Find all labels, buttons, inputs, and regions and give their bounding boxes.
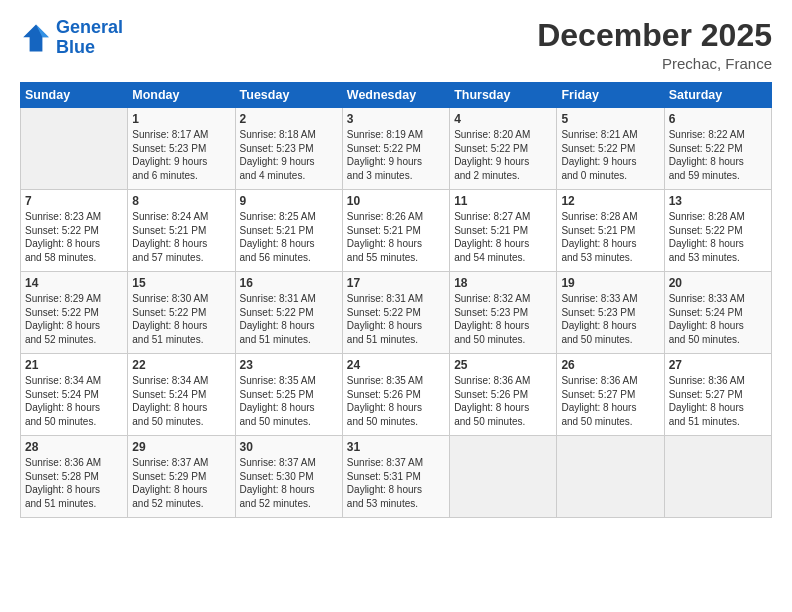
- calendar-cell: 3Sunrise: 8:19 AM Sunset: 5:22 PM Daylig…: [342, 108, 449, 190]
- day-number: 24: [347, 358, 445, 372]
- day-info: Sunrise: 8:33 AM Sunset: 5:23 PM Dayligh…: [561, 292, 659, 346]
- calendar-cell: 30Sunrise: 8:37 AM Sunset: 5:30 PM Dayli…: [235, 436, 342, 518]
- calendar-cell: 22Sunrise: 8:34 AM Sunset: 5:24 PM Dayli…: [128, 354, 235, 436]
- day-number: 15: [132, 276, 230, 290]
- calendar-cell: 31Sunrise: 8:37 AM Sunset: 5:31 PM Dayli…: [342, 436, 449, 518]
- header-day-saturday: Saturday: [664, 83, 771, 108]
- day-number: 5: [561, 112, 659, 126]
- calendar-cell: 11Sunrise: 8:27 AM Sunset: 5:21 PM Dayli…: [450, 190, 557, 272]
- day-info: Sunrise: 8:36 AM Sunset: 5:28 PM Dayligh…: [25, 456, 123, 510]
- calendar-cell: 10Sunrise: 8:26 AM Sunset: 5:21 PM Dayli…: [342, 190, 449, 272]
- calendar-cell: 6Sunrise: 8:22 AM Sunset: 5:22 PM Daylig…: [664, 108, 771, 190]
- calendar-cell: 8Sunrise: 8:24 AM Sunset: 5:21 PM Daylig…: [128, 190, 235, 272]
- day-info: Sunrise: 8:30 AM Sunset: 5:22 PM Dayligh…: [132, 292, 230, 346]
- day-info: Sunrise: 8:28 AM Sunset: 5:22 PM Dayligh…: [669, 210, 767, 264]
- day-info: Sunrise: 8:35 AM Sunset: 5:25 PM Dayligh…: [240, 374, 338, 428]
- calendar-cell: 16Sunrise: 8:31 AM Sunset: 5:22 PM Dayli…: [235, 272, 342, 354]
- day-number: 17: [347, 276, 445, 290]
- calendar-cell: 18Sunrise: 8:32 AM Sunset: 5:23 PM Dayli…: [450, 272, 557, 354]
- day-number: 18: [454, 276, 552, 290]
- header-day-tuesday: Tuesday: [235, 83, 342, 108]
- calendar-cell: 1Sunrise: 8:17 AM Sunset: 5:23 PM Daylig…: [128, 108, 235, 190]
- day-number: 26: [561, 358, 659, 372]
- calendar-week-1: 7Sunrise: 8:23 AM Sunset: 5:22 PM Daylig…: [21, 190, 772, 272]
- calendar-cell: 9Sunrise: 8:25 AM Sunset: 5:21 PM Daylig…: [235, 190, 342, 272]
- calendar-cell: 29Sunrise: 8:37 AM Sunset: 5:29 PM Dayli…: [128, 436, 235, 518]
- day-number: 20: [669, 276, 767, 290]
- calendar-cell: 28Sunrise: 8:36 AM Sunset: 5:28 PM Dayli…: [21, 436, 128, 518]
- day-number: 6: [669, 112, 767, 126]
- day-number: 22: [132, 358, 230, 372]
- calendar-cell: 20Sunrise: 8:33 AM Sunset: 5:24 PM Dayli…: [664, 272, 771, 354]
- calendar-cell: 15Sunrise: 8:30 AM Sunset: 5:22 PM Dayli…: [128, 272, 235, 354]
- day-number: 29: [132, 440, 230, 454]
- day-number: 1: [132, 112, 230, 126]
- calendar-cell: 14Sunrise: 8:29 AM Sunset: 5:22 PM Dayli…: [21, 272, 128, 354]
- calendar-cell: 27Sunrise: 8:36 AM Sunset: 5:27 PM Dayli…: [664, 354, 771, 436]
- day-number: 11: [454, 194, 552, 208]
- calendar-cell: [664, 436, 771, 518]
- calendar-cell: 17Sunrise: 8:31 AM Sunset: 5:22 PM Dayli…: [342, 272, 449, 354]
- logo: General Blue: [20, 18, 123, 58]
- calendar-cell: [21, 108, 128, 190]
- day-number: 16: [240, 276, 338, 290]
- day-number: 10: [347, 194, 445, 208]
- header-day-friday: Friday: [557, 83, 664, 108]
- day-info: Sunrise: 8:36 AM Sunset: 5:26 PM Dayligh…: [454, 374, 552, 428]
- logo-text: General Blue: [56, 18, 123, 58]
- calendar-cell: [557, 436, 664, 518]
- header-day-thursday: Thursday: [450, 83, 557, 108]
- calendar-cell: 2Sunrise: 8:18 AM Sunset: 5:23 PM Daylig…: [235, 108, 342, 190]
- day-info: Sunrise: 8:37 AM Sunset: 5:29 PM Dayligh…: [132, 456, 230, 510]
- day-number: 30: [240, 440, 338, 454]
- calendar-header-row: SundayMondayTuesdayWednesdayThursdayFrid…: [21, 83, 772, 108]
- day-info: Sunrise: 8:19 AM Sunset: 5:22 PM Dayligh…: [347, 128, 445, 182]
- day-number: 2: [240, 112, 338, 126]
- day-info: Sunrise: 8:31 AM Sunset: 5:22 PM Dayligh…: [240, 292, 338, 346]
- day-number: 23: [240, 358, 338, 372]
- day-number: 14: [25, 276, 123, 290]
- day-info: Sunrise: 8:20 AM Sunset: 5:22 PM Dayligh…: [454, 128, 552, 182]
- day-number: 8: [132, 194, 230, 208]
- calendar-cell: 26Sunrise: 8:36 AM Sunset: 5:27 PM Dayli…: [557, 354, 664, 436]
- svg-marker-0: [23, 24, 49, 51]
- day-number: 27: [669, 358, 767, 372]
- day-info: Sunrise: 8:33 AM Sunset: 5:24 PM Dayligh…: [669, 292, 767, 346]
- day-number: 28: [25, 440, 123, 454]
- calendar-cell: 25Sunrise: 8:36 AM Sunset: 5:26 PM Dayli…: [450, 354, 557, 436]
- calendar-cell: 13Sunrise: 8:28 AM Sunset: 5:22 PM Dayli…: [664, 190, 771, 272]
- day-info: Sunrise: 8:25 AM Sunset: 5:21 PM Dayligh…: [240, 210, 338, 264]
- day-info: Sunrise: 8:35 AM Sunset: 5:26 PM Dayligh…: [347, 374, 445, 428]
- day-info: Sunrise: 8:29 AM Sunset: 5:22 PM Dayligh…: [25, 292, 123, 346]
- day-info: Sunrise: 8:34 AM Sunset: 5:24 PM Dayligh…: [132, 374, 230, 428]
- day-info: Sunrise: 8:21 AM Sunset: 5:22 PM Dayligh…: [561, 128, 659, 182]
- calendar-cell: 24Sunrise: 8:35 AM Sunset: 5:26 PM Dayli…: [342, 354, 449, 436]
- day-number: 21: [25, 358, 123, 372]
- month-title: December 2025: [537, 18, 772, 53]
- day-number: 25: [454, 358, 552, 372]
- day-number: 19: [561, 276, 659, 290]
- calendar-page: General Blue December 2025 Prechac, Fran…: [0, 0, 792, 612]
- calendar-table: SundayMondayTuesdayWednesdayThursdayFrid…: [20, 82, 772, 518]
- logo-line2: Blue: [56, 37, 95, 57]
- calendar-cell: 5Sunrise: 8:21 AM Sunset: 5:22 PM Daylig…: [557, 108, 664, 190]
- day-info: Sunrise: 8:36 AM Sunset: 5:27 PM Dayligh…: [669, 374, 767, 428]
- day-info: Sunrise: 8:24 AM Sunset: 5:21 PM Dayligh…: [132, 210, 230, 264]
- day-number: 4: [454, 112, 552, 126]
- calendar-cell: [450, 436, 557, 518]
- header-day-wednesday: Wednesday: [342, 83, 449, 108]
- day-info: Sunrise: 8:27 AM Sunset: 5:21 PM Dayligh…: [454, 210, 552, 264]
- logo-icon: [20, 22, 52, 54]
- calendar-week-0: 1Sunrise: 8:17 AM Sunset: 5:23 PM Daylig…: [21, 108, 772, 190]
- calendar-cell: 21Sunrise: 8:34 AM Sunset: 5:24 PM Dayli…: [21, 354, 128, 436]
- day-info: Sunrise: 8:18 AM Sunset: 5:23 PM Dayligh…: [240, 128, 338, 182]
- day-number: 3: [347, 112, 445, 126]
- day-info: Sunrise: 8:26 AM Sunset: 5:21 PM Dayligh…: [347, 210, 445, 264]
- day-info: Sunrise: 8:17 AM Sunset: 5:23 PM Dayligh…: [132, 128, 230, 182]
- calendar-cell: 23Sunrise: 8:35 AM Sunset: 5:25 PM Dayli…: [235, 354, 342, 436]
- day-info: Sunrise: 8:31 AM Sunset: 5:22 PM Dayligh…: [347, 292, 445, 346]
- day-number: 7: [25, 194, 123, 208]
- day-number: 31: [347, 440, 445, 454]
- day-info: Sunrise: 8:36 AM Sunset: 5:27 PM Dayligh…: [561, 374, 659, 428]
- day-number: 9: [240, 194, 338, 208]
